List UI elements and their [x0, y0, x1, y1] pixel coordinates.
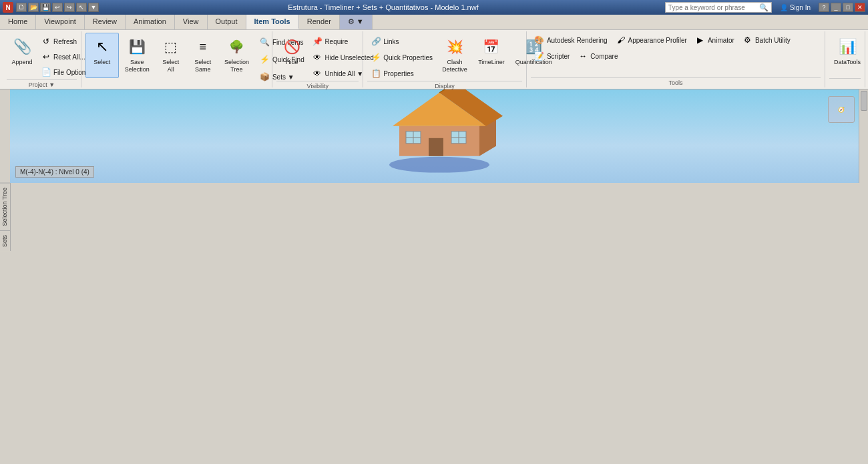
- hide-button[interactable]: 🚫 Hide: [276, 33, 307, 78]
- quick-find-icon: ⚡: [260, 54, 270, 65]
- scripter-button[interactable]: 📝 Scripter: [531, 49, 573, 63]
- refresh-label: Refresh: [53, 38, 77, 45]
- autodesk-rendering-button[interactable]: 🎨 Autodesk Rendering: [531, 33, 611, 47]
- search-input[interactable]: [668, 4, 759, 11]
- appearance-profiler-icon: 🖌: [616, 35, 626, 45]
- links-icon: 🔗: [371, 36, 381, 47]
- ribbon-tabs: Home Viewpoint Review Animation View Out…: [0, 15, 868, 30]
- quick-access-redo[interactable]: ↪: [64, 3, 75, 12]
- tab-output[interactable]: Output: [208, 15, 246, 29]
- quick-access-save[interactable]: 💾: [40, 3, 51, 12]
- animator-button[interactable]: ▶ Animator: [692, 33, 738, 47]
- reset-all-icon: ↩: [41, 51, 51, 62]
- search-box[interactable]: 🔍: [665, 2, 772, 13]
- save-selection-button[interactable]: 💾 SaveSelection: [120, 33, 154, 78]
- properties-label: Properties: [383, 70, 414, 77]
- help-icon[interactable]: ?: [819, 3, 829, 12]
- links-button[interactable]: 🔗 Links: [367, 34, 436, 49]
- group-project: 📎 Append ↺ Refresh ↩ Reset All... 📄 File…: [3, 31, 81, 87]
- group-datatools-buttons: 📊 DataTools: [829, 33, 865, 78]
- group-datatools-label: [829, 78, 861, 87]
- quick-access-undo[interactable]: ↩: [52, 3, 63, 12]
- viewport-label: M(-4)-N(-4) : Nivel 0 (4): [15, 166, 94, 178]
- batch-utility-button[interactable]: ⚙ Batch Utility: [739, 33, 794, 47]
- quick-access-new[interactable]: 🗋: [16, 3, 27, 12]
- refresh-icon: ↺: [41, 36, 51, 47]
- viewport-scrollbar[interactable]: [859, 89, 868, 183]
- sign-in-btn[interactable]: 👤 Sign In: [780, 4, 811, 11]
- compare-label: Compare: [590, 53, 618, 60]
- hide-icon: 🚫: [281, 36, 302, 57]
- clash-detective-button[interactable]: 💥 ClashDetective: [437, 33, 472, 78]
- quick-properties-label: Quick Properties: [383, 54, 433, 61]
- reset-all-label: Reset All...: [53, 53, 85, 61]
- tab-review[interactable]: Review: [85, 15, 126, 29]
- scripter-icon: 📝: [534, 51, 545, 61]
- nav-cube[interactable]: 🧭: [828, 96, 855, 123]
- selection-tree-tab[interactable]: Selection Tree: [0, 183, 10, 230]
- links-label: Links: [383, 38, 399, 45]
- viewport-scroll-thumb[interactable]: [861, 91, 867, 111]
- select-label: Select: [93, 59, 110, 66]
- sets-icon: 📦: [260, 71, 270, 82]
- quick-access-arrow[interactable]: ↖: [76, 3, 87, 12]
- group-display-label: Display: [367, 81, 522, 89]
- group-visibility-label: Visibility: [276, 81, 359, 89]
- user-icon: 👤: [780, 4, 788, 11]
- selection-tree-label: SelectionTree: [224, 59, 249, 73]
- timeliner-button[interactable]: 📅 TimeLiner: [473, 33, 509, 78]
- group-visibility-buttons: 🚫 Hide 📌 Require 👁 Hide Unselected 👁 Unh…: [276, 33, 377, 81]
- appearance-profiler-button[interactable]: 🖌 Appearance Profiler: [612, 33, 690, 47]
- select-all-button[interactable]: ⬚ SelectAll: [156, 33, 186, 78]
- title-left: N 🗋 📂 💾 ↩ ↪ ↖ ▼: [3, 2, 101, 13]
- viewport: M(-4)-N(-4) : Nivel 0 (4) 🧭: [10, 89, 868, 183]
- group-project-buttons: 📎 Append ↺ Refresh ↩ Reset All... 📄 File…: [7, 33, 92, 79]
- close-btn[interactable]: ✕: [855, 3, 865, 12]
- timeliner-label: TimeLiner: [478, 59, 505, 66]
- find-items-icon: 🔍: [260, 37, 270, 47]
- compare-button[interactable]: ↔ Compare: [574, 49, 621, 63]
- group-tools-buttons: 🎨 Autodesk Rendering 🖌 Appearance Profil…: [531, 33, 821, 77]
- group-select-search: ↖ Select 💾 SaveSelection ⬚ SelectAll ≡ S…: [81, 31, 273, 87]
- select-same-icon: ≡: [192, 36, 214, 57]
- group-project-label: Project ▼: [7, 79, 77, 88]
- tab-animation[interactable]: Animation: [126, 15, 175, 29]
- group-datatools: 📊 DataTools: [825, 31, 865, 87]
- svg-point-0: [389, 157, 489, 173]
- sets-side-tab[interactable]: Sets: [0, 230, 10, 251]
- quick-properties-button[interactable]: ⚡ Quick Properties: [367, 50, 436, 65]
- select-same-button[interactable]: ≡ SelectSame: [188, 33, 218, 78]
- save-selection-label: SaveSelection: [125, 59, 150, 73]
- select-button[interactable]: ↖ Select: [85, 33, 119, 78]
- append-button[interactable]: 📎 Append: [7, 33, 37, 78]
- tab-render[interactable]: Render: [299, 15, 340, 29]
- tab-item-tools[interactable]: Item Tools: [246, 15, 299, 29]
- clash-detective-label: ClashDetective: [442, 59, 467, 73]
- tab-view[interactable]: View: [175, 15, 208, 29]
- appearance-profiler-label: Appearance Profiler: [628, 37, 687, 44]
- tab-viewpoint[interactable]: Viewpoint: [36, 15, 85, 29]
- unhide-all-icon: 👁: [312, 68, 322, 79]
- restore-btn[interactable]: □: [843, 3, 853, 12]
- properties-button[interactable]: 📋 Properties: [367, 66, 436, 81]
- batch-utility-icon: ⚙: [742, 35, 753, 45]
- tab-home[interactable]: Home: [0, 15, 36, 29]
- quick-access-open[interactable]: 📂: [28, 3, 39, 12]
- batch-utility-label: Batch Utility: [755, 37, 791, 44]
- title-bar: N 🗋 📂 💾 ↩ ↪ ↖ ▼ Estrutura - Timeliner + …: [0, 0, 868, 15]
- svg-rect-5: [429, 138, 443, 156]
- house-3d-model: [373, 89, 506, 174]
- tab-extra[interactable]: ⚙ ▼: [340, 15, 373, 29]
- app-icon: N: [3, 2, 13, 13]
- datatools-button[interactable]: 📊 DataTools: [829, 33, 865, 78]
- minimize-btn[interactable]: _: [831, 3, 841, 12]
- group-display: 🔗 Links ⚡ Quick Properties 📋 Properties …: [363, 31, 527, 87]
- selection-tree-button[interactable]: 🌳 SelectionTree: [220, 33, 254, 78]
- append-icon: 📎: [11, 36, 33, 57]
- animator-label: Animator: [708, 37, 734, 44]
- timeliner-icon: 📅: [481, 36, 502, 57]
- file-options-icon: 📄: [41, 67, 51, 77]
- quick-access-more[interactable]: ▼: [88, 3, 99, 12]
- hide-label: Hide: [286, 59, 298, 66]
- save-selection-icon: 💾: [126, 36, 148, 57]
